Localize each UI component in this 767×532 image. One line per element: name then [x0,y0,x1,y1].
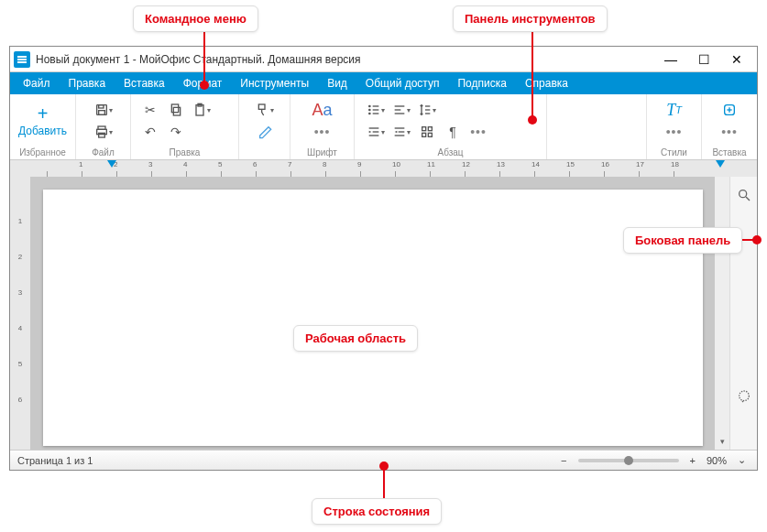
callout-sidebar: Боковая панель [623,227,742,254]
insert-more-button[interactable]: ••• [719,122,740,142]
document-area[interactable] [30,177,715,450]
horizontal-ruler[interactable]: 123456789101112131415161718 [10,160,757,177]
side-panel [729,177,757,450]
paste-button[interactable] [192,100,212,120]
add-favorite-button[interactable]: + Добавить [13,104,72,137]
titlebar: Новый документ 1 - МойОфис Стандартный. … [10,47,757,72]
svg-rect-16 [373,113,379,114]
svg-point-15 [368,113,371,115]
svg-rect-18 [395,109,401,110]
svg-rect-26 [395,127,405,128]
svg-rect-23 [369,127,379,128]
ribbon-group-edit: ✂ ↶ ↷ Правка [131,94,239,159]
copy-format-button[interactable] [255,100,275,120]
undo-button[interactable]: ↶ [140,122,160,142]
callout-statusbar-line [383,467,385,498]
ribbon-group-insert: ••• Вставка [702,94,757,159]
svg-rect-19 [395,113,405,114]
svg-rect-30 [428,127,432,131]
font-more-button[interactable]: ••• [312,122,333,142]
close-button[interactable]: ✕ [720,47,753,72]
svg-point-38 [739,391,749,401]
comments-icon[interactable] [735,387,753,406]
outdent-button[interactable] [391,122,411,142]
svg-line-37 [746,197,750,201]
ribbon-label-paragraph: Абзац [355,147,546,159]
ribbon-label-edit: Правка [131,147,238,159]
svg-rect-29 [422,127,426,131]
zoom-in-button[interactable]: + [686,455,699,466]
callout-menu-dot [200,81,209,90]
callout-toolbar: Панель инструментов [453,5,608,32]
ribbon-group-favorites: + Добавить Избранное [10,94,76,159]
zoom-thumb[interactable] [624,456,633,465]
menu-share[interactable]: Общий доступ [356,72,449,94]
callout-sidebar-dot [752,235,762,244]
callout-statusbar: Строка состояния [312,498,442,525]
save-button[interactable] [93,100,114,120]
ribbon-group-styles: TT ••• Стили [647,94,702,159]
callout-menu-line [203,31,205,82]
callout-statusbar-dot [379,461,389,471]
font-button[interactable]: Aa [312,100,332,120]
svg-rect-14 [373,109,379,110]
indent-button[interactable] [366,122,386,142]
paragraph-more-button[interactable]: ••• [468,122,488,142]
svg-rect-7 [171,104,178,113]
align-button[interactable] [391,100,411,120]
window-controls: — ☐ ✕ [654,47,753,72]
svg-rect-25 [369,135,379,136]
menubar: Файл Правка Вставка Формат Инструменты В… [10,72,757,94]
svg-rect-12 [373,105,379,106]
callout-toolbar-dot [528,115,537,125]
svg-rect-1 [98,105,103,108]
maximize-button[interactable]: ☐ [687,47,720,72]
svg-point-13 [368,109,371,112]
plus-icon: + [38,104,49,123]
menu-edit[interactable]: Правка [60,72,115,94]
menu-subscription[interactable]: Подписка [448,72,515,94]
ribbon-label-styles: Стили [647,147,701,159]
print-button[interactable] [93,122,114,142]
app-icon [14,51,30,68]
svg-rect-31 [422,133,426,136]
vertical-ruler[interactable]: 123456 [10,177,30,450]
menu-tools[interactable]: Инструменты [231,72,318,94]
tabs-button[interactable] [417,122,437,142]
svg-point-11 [368,105,371,108]
redo-button[interactable]: ↷ [166,122,186,142]
svg-rect-27 [399,131,405,132]
menu-view[interactable]: Вид [318,72,356,94]
insert-button[interactable] [719,100,740,120]
page[interactable] [43,190,703,446]
menu-help[interactable]: Справка [516,72,577,94]
pilcrow-button[interactable]: ¶ [443,122,463,142]
app-window: Новый документ 1 - МойОфис Стандартный. … [9,46,758,471]
clear-format-button[interactable] [255,122,275,142]
add-label: Добавить [18,125,67,137]
workspace: 123456 [10,177,757,450]
ribbon-label-file: Файл [76,147,130,159]
copy-button[interactable] [166,100,186,120]
vertical-scrollbar[interactable] [715,177,729,450]
ruler-marker-left[interactable] [107,160,116,168]
callout-toolbar-line [531,31,533,117]
ruler-marker-right[interactable] [716,160,725,168]
zoom-slider[interactable] [578,459,679,462]
svg-point-36 [739,190,746,198]
minimize-button[interactable]: — [654,47,687,72]
cut-button[interactable]: ✂ [140,100,160,120]
zoom-dropdown[interactable]: ⌄ [734,454,750,466]
menu-insert[interactable]: Вставка [115,72,174,94]
linespacing-button[interactable] [417,100,437,120]
ribbon-label-favorites: Избранное [10,147,75,159]
styles-button[interactable]: TT [666,100,682,120]
bullets-button[interactable] [366,100,386,120]
search-icon[interactable] [735,186,753,204]
svg-rect-24 [373,131,379,132]
svg-rect-17 [395,105,405,106]
menu-file[interactable]: Файл [14,72,60,94]
styles-more-button[interactable]: ••• [664,122,685,142]
zoom-out-button[interactable]: − [557,455,570,466]
svg-rect-10 [258,104,265,109]
